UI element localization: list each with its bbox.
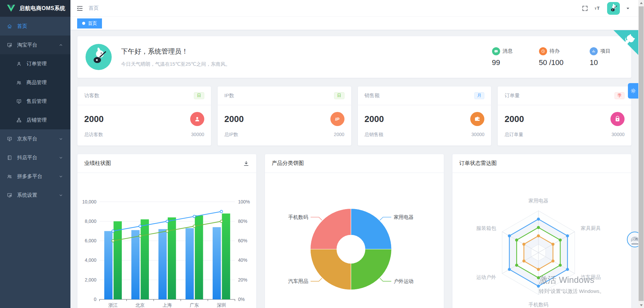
svg-text:手机数码: 手机数码 (529, 302, 549, 307)
svg-text:上海: 上海 (163, 302, 172, 308)
svg-text:0%: 0% (238, 297, 245, 302)
project-chart-icon (590, 47, 598, 55)
svg-text:2,000: 2,000 (85, 277, 97, 283)
sidebar-item-taobao[interactable]: 淘宝平台 (0, 36, 70, 54)
pie-chart-card: 产品分类饼图 家用电器户外运动汽车用品手机数码 (265, 154, 444, 308)
welcome-card: 下午好，系统管理员！ 今日天气晴朗，气温在15℃至25℃之间，东南风。 消息 9… (77, 36, 632, 78)
sidebar-item-douyin[interactable]: 抖店平台 (0, 148, 70, 167)
svg-text:100%: 100% (238, 199, 250, 204)
sidebar-item-aftersale-mgmt[interactable]: 售后管理 (0, 92, 70, 111)
welcome-stat-value: 10 (590, 58, 610, 67)
svg-text:家具厨具: 家具厨具 (581, 226, 601, 231)
welcome-stat-label: 待办 (550, 48, 560, 54)
svg-text:10,000: 10,000 (82, 199, 97, 204)
user-avatar[interactable] (607, 2, 620, 15)
svg-text:20%: 20% (238, 277, 248, 283)
chevron-down-icon[interactable] (626, 6, 630, 10)
welcome-stat-projects: 项目 10 (590, 47, 610, 67)
rabbit-avatar-icon (608, 3, 619, 13)
sidebar-fold-icon[interactable] (76, 5, 83, 12)
stat-card-sales[interactable]: 销售额 月 2000 总销售额 30000 (358, 86, 492, 146)
topbar-actions: T T (582, 2, 630, 15)
stat-card-title: 访客数 (84, 93, 99, 99)
sidebar-item-jd[interactable]: 京东平台 (0, 129, 70, 148)
sidebar-item-label: 系统设置 (17, 192, 37, 198)
stat-card-footer-label: 总订单量 (504, 132, 523, 138)
message-icon (492, 47, 500, 55)
sidebar-item-pdd[interactable]: 拼多多平台 (0, 167, 70, 186)
sidebar-item-label: 京东平台 (17, 136, 37, 142)
radar-chart-title: 订单状态雷达图 (459, 160, 497, 167)
main-area: 首页 T T (70, 0, 644, 308)
vertical-scrollbar[interactable] (638, 0, 644, 308)
shopping-bag-icon (610, 112, 625, 126)
vue-logo-icon (7, 4, 15, 12)
download-icon[interactable] (243, 160, 250, 167)
svg-text:北京: 北京 (135, 302, 145, 308)
topbar: 首页 T T (70, 0, 644, 17)
stat-card-value: 2000 (84, 114, 104, 124)
users-icon (16, 80, 22, 85)
svg-text:家用电器: 家用电器 (394, 214, 414, 220)
svg-text:户外运动: 户外运动 (394, 279, 414, 284)
sidebar-item-label: 订单管理 (26, 61, 47, 67)
welcome-avatar (86, 44, 112, 70)
chevron-down-icon (58, 174, 64, 179)
stat-card-ip[interactable]: IP数 日 2000 IP 总IP数 2000 (217, 86, 352, 146)
tab-active-dot (82, 22, 85, 25)
sidebar-item-settings[interactable]: 系统设置 (0, 186, 70, 204)
fullscreen-icon[interactable] (582, 5, 588, 12)
doc-gear-icon (7, 42, 12, 48)
bar-chart[interactable]: 00%2,00020%4,00040%6,00060%8,00080%10,00… (77, 173, 256, 308)
radar-chart[interactable]: 家用电器家具厨具汽车用品手机数码运动户外服装箱包 (452, 173, 631, 308)
app-title: 启航电商OMS系统 (19, 5, 65, 12)
sidebar-item-label: 淘宝平台 (17, 42, 37, 48)
stat-card-footer-value: 30000 (471, 132, 484, 138)
doc-gear-icon (7, 192, 12, 198)
svg-text:80%: 80% (238, 219, 248, 224)
stat-card-value: 2000 (365, 114, 384, 124)
settings-drawer-button[interactable] (628, 83, 638, 99)
stat-card-footer-label: 总IP数 (224, 132, 238, 138)
charts-row: 业绩柱状图 00%2,00020%4,00040%6,00060%8,00080… (77, 154, 632, 308)
svg-text:40%: 40% (238, 257, 248, 263)
sidebar-item-order-mgmt[interactable]: 订单管理 (0, 54, 70, 73)
stat-card-footer-label: 总销售额 (365, 132, 383, 138)
home-icon (7, 23, 12, 29)
period-badge: 月 (474, 92, 485, 99)
svg-text:浙江: 浙江 (108, 302, 118, 308)
welcome-stat-label: 消息 (503, 48, 513, 54)
scrollbar-down-arrow[interactable] (638, 302, 644, 308)
welcome-greeting: 下午好，系统管理员！ (121, 47, 230, 56)
pie-chart[interactable]: 家用电器户外运动汽车用品手机数码 (265, 173, 444, 308)
welcome-texts: 下午好，系统管理员！ 今日天气晴朗，气温在15℃至25℃之间，东南风。 (121, 47, 230, 67)
sidebar-menu: 首页 淘宝平台 订单管理 (0, 17, 70, 204)
app-logo: 启航电商OMS系统 (0, 0, 70, 17)
stat-card-footer-value: 30000 (191, 132, 204, 138)
sidebar-item-goods-mgmt[interactable]: 商品管理 (0, 73, 70, 92)
svg-text:6,000: 6,000 (85, 238, 97, 243)
sidebar: 启航电商OMS系统 首页 淘宝平台 订单管理 (0, 0, 70, 308)
chevron-down-icon (58, 136, 64, 142)
welcome-stats: 消息 99 待办 50 /100 (492, 47, 610, 67)
tab-home[interactable]: 首页 (77, 18, 102, 28)
font-size-icon[interactable]: T T (594, 5, 601, 12)
users-icon (7, 174, 12, 179)
stat-card-title: 订单量 (504, 93, 520, 99)
scrollbar-up-arrow[interactable] (638, 0, 644, 6)
stat-card-visitors[interactable]: 访客数 日 2000 总访客数 30000 (77, 86, 211, 146)
github-corner-icon[interactable] (613, 30, 638, 55)
period-badge: 季 (614, 92, 625, 99)
svg-text:深圳: 深圳 (217, 302, 226, 308)
stat-card-orders[interactable]: 订单量 季 2000 总订单量 30000 (497, 86, 632, 146)
radar-chart-card: 订单状态雷达图 家用电器家具厨具汽车用品手机数码运动户外服装箱包 (452, 154, 632, 308)
stat-card-footer-label: 总访客数 (84, 132, 103, 138)
svg-text:T: T (597, 6, 600, 11)
svg-text:60%: 60% (238, 238, 248, 243)
bar-chart-card: 业绩柱状图 00%2,00020%4,00040%6,00060%8,00080… (77, 154, 257, 308)
scrollbar-thumb[interactable] (639, 6, 644, 301)
stat-card-footer-value: 2000 (334, 132, 344, 138)
sidebar-item-home[interactable]: 首页 (0, 17, 70, 36)
breadcrumb[interactable]: 首页 (89, 5, 99, 11)
sidebar-item-shop-mgmt[interactable]: 店铺管理 (0, 111, 70, 129)
